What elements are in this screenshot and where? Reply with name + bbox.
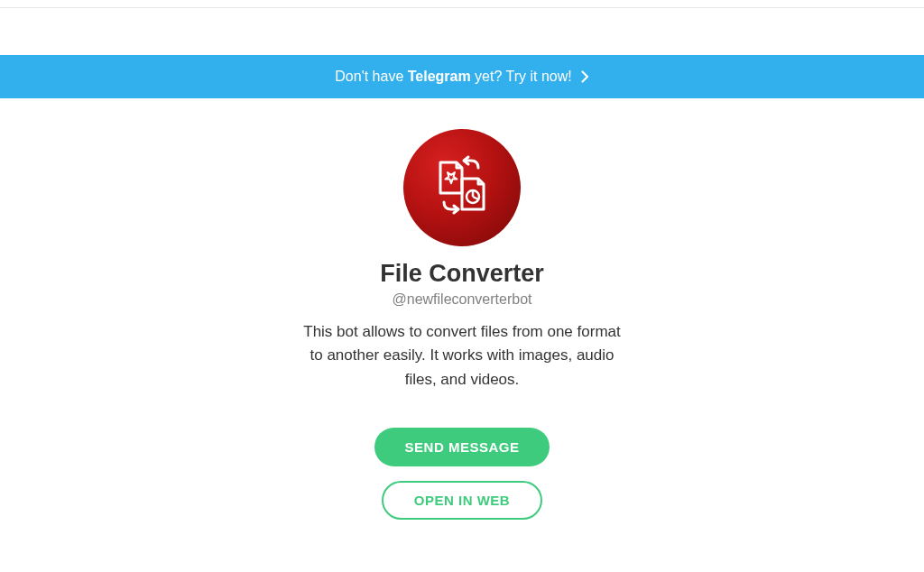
bot-handle: @newfileconverterbot <box>393 291 532 308</box>
send-message-button[interactable]: SEND MESSAGE <box>374 428 550 466</box>
open-in-web-button[interactable]: OPEN IN WEB <box>382 481 542 520</box>
chevron-right-icon <box>581 70 589 83</box>
bot-avatar <box>403 129 521 246</box>
file-convert-icon <box>426 150 498 226</box>
try-telegram-banner[interactable]: Don't have Telegram yet? Try it now! <box>0 55 924 98</box>
top-divider <box>0 7 924 8</box>
bot-description: This bot allows to convert files from on… <box>300 320 624 392</box>
banner-text-bold: Telegram <box>408 69 471 84</box>
profile-content: File Converter @newfileconverterbot This… <box>0 98 924 520</box>
banner-text-prefix: Don't have <box>335 69 407 84</box>
banner-text: Don't have Telegram yet? Try it now! <box>335 69 571 85</box>
banner-text-suffix: yet? Try it now! <box>471 69 572 84</box>
bot-title: File Converter <box>380 260 544 288</box>
